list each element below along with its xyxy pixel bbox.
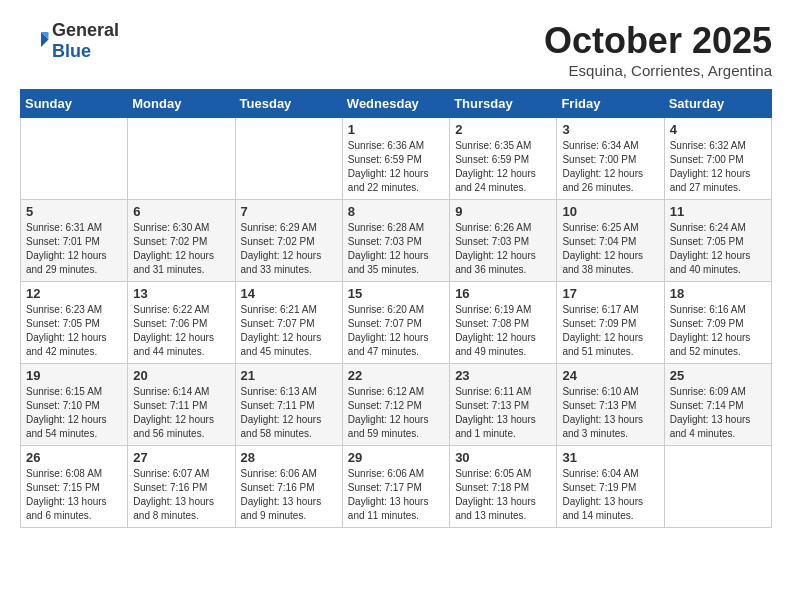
calendar-cell: 10Sunrise: 6:25 AM Sunset: 7:04 PM Dayli… (557, 200, 664, 282)
calendar-cell: 26Sunrise: 6:08 AM Sunset: 7:15 PM Dayli… (21, 446, 128, 528)
day-info: Sunrise: 6:12 AM Sunset: 7:12 PM Dayligh… (348, 385, 444, 441)
day-number: 1 (348, 122, 444, 137)
calendar-header-wednesday: Wednesday (342, 90, 449, 118)
day-number: 10 (562, 204, 658, 219)
calendar-cell: 17Sunrise: 6:17 AM Sunset: 7:09 PM Dayli… (557, 282, 664, 364)
day-info: Sunrise: 6:32 AM Sunset: 7:00 PM Dayligh… (670, 139, 766, 195)
day-info: Sunrise: 6:20 AM Sunset: 7:07 PM Dayligh… (348, 303, 444, 359)
day-number: 26 (26, 450, 122, 465)
day-number: 7 (241, 204, 337, 219)
calendar-cell: 13Sunrise: 6:22 AM Sunset: 7:06 PM Dayli… (128, 282, 235, 364)
day-info: Sunrise: 6:34 AM Sunset: 7:00 PM Dayligh… (562, 139, 658, 195)
calendar-cell: 23Sunrise: 6:11 AM Sunset: 7:13 PM Dayli… (450, 364, 557, 446)
day-info: Sunrise: 6:28 AM Sunset: 7:03 PM Dayligh… (348, 221, 444, 277)
page-header: General Blue October 2025 Esquina, Corri… (20, 20, 772, 79)
day-info: Sunrise: 6:08 AM Sunset: 7:15 PM Dayligh… (26, 467, 122, 523)
day-number: 6 (133, 204, 229, 219)
calendar-header-sunday: Sunday (21, 90, 128, 118)
calendar-cell: 28Sunrise: 6:06 AM Sunset: 7:16 PM Dayli… (235, 446, 342, 528)
day-info: Sunrise: 6:04 AM Sunset: 7:19 PM Dayligh… (562, 467, 658, 523)
day-info: Sunrise: 6:10 AM Sunset: 7:13 PM Dayligh… (562, 385, 658, 441)
calendar-cell: 4Sunrise: 6:32 AM Sunset: 7:00 PM Daylig… (664, 118, 771, 200)
day-number: 17 (562, 286, 658, 301)
calendar-header-tuesday: Tuesday (235, 90, 342, 118)
calendar-cell: 22Sunrise: 6:12 AM Sunset: 7:12 PM Dayli… (342, 364, 449, 446)
logo-general-text: General (52, 20, 119, 40)
day-number: 9 (455, 204, 551, 219)
location-subtitle: Esquina, Corrientes, Argentina (544, 62, 772, 79)
calendar-table: SundayMondayTuesdayWednesdayThursdayFrid… (20, 89, 772, 528)
calendar-header-row: SundayMondayTuesdayWednesdayThursdayFrid… (21, 90, 772, 118)
day-info: Sunrise: 6:06 AM Sunset: 7:17 PM Dayligh… (348, 467, 444, 523)
calendar-cell: 18Sunrise: 6:16 AM Sunset: 7:09 PM Dayli… (664, 282, 771, 364)
calendar-cell: 8Sunrise: 6:28 AM Sunset: 7:03 PM Daylig… (342, 200, 449, 282)
calendar-cell: 31Sunrise: 6:04 AM Sunset: 7:19 PM Dayli… (557, 446, 664, 528)
calendar-cell: 3Sunrise: 6:34 AM Sunset: 7:00 PM Daylig… (557, 118, 664, 200)
day-info: Sunrise: 6:25 AM Sunset: 7:04 PM Dayligh… (562, 221, 658, 277)
day-number: 4 (670, 122, 766, 137)
day-info: Sunrise: 6:15 AM Sunset: 7:10 PM Dayligh… (26, 385, 122, 441)
calendar-cell: 16Sunrise: 6:19 AM Sunset: 7:08 PM Dayli… (450, 282, 557, 364)
day-info: Sunrise: 6:05 AM Sunset: 7:18 PM Dayligh… (455, 467, 551, 523)
day-number: 20 (133, 368, 229, 383)
day-info: Sunrise: 6:13 AM Sunset: 7:11 PM Dayligh… (241, 385, 337, 441)
day-info: Sunrise: 6:19 AM Sunset: 7:08 PM Dayligh… (455, 303, 551, 359)
day-info: Sunrise: 6:22 AM Sunset: 7:06 PM Dayligh… (133, 303, 229, 359)
day-number: 14 (241, 286, 337, 301)
day-number: 27 (133, 450, 229, 465)
calendar-cell: 19Sunrise: 6:15 AM Sunset: 7:10 PM Dayli… (21, 364, 128, 446)
calendar-week-row: 12Sunrise: 6:23 AM Sunset: 7:05 PM Dayli… (21, 282, 772, 364)
calendar-cell (664, 446, 771, 528)
day-info: Sunrise: 6:16 AM Sunset: 7:09 PM Dayligh… (670, 303, 766, 359)
calendar-cell (21, 118, 128, 200)
day-number: 29 (348, 450, 444, 465)
day-number: 30 (455, 450, 551, 465)
calendar-cell: 30Sunrise: 6:05 AM Sunset: 7:18 PM Dayli… (450, 446, 557, 528)
day-number: 13 (133, 286, 229, 301)
day-number: 11 (670, 204, 766, 219)
day-number: 31 (562, 450, 658, 465)
day-info: Sunrise: 6:26 AM Sunset: 7:03 PM Dayligh… (455, 221, 551, 277)
calendar-cell: 25Sunrise: 6:09 AM Sunset: 7:14 PM Dayli… (664, 364, 771, 446)
day-info: Sunrise: 6:07 AM Sunset: 7:16 PM Dayligh… (133, 467, 229, 523)
day-number: 22 (348, 368, 444, 383)
day-number: 16 (455, 286, 551, 301)
day-info: Sunrise: 6:06 AM Sunset: 7:16 PM Dayligh… (241, 467, 337, 523)
calendar-cell: 7Sunrise: 6:29 AM Sunset: 7:02 PM Daylig… (235, 200, 342, 282)
day-number: 3 (562, 122, 658, 137)
day-number: 24 (562, 368, 658, 383)
day-info: Sunrise: 6:35 AM Sunset: 6:59 PM Dayligh… (455, 139, 551, 195)
day-number: 12 (26, 286, 122, 301)
day-number: 5 (26, 204, 122, 219)
calendar-cell: 14Sunrise: 6:21 AM Sunset: 7:07 PM Dayli… (235, 282, 342, 364)
calendar-cell: 20Sunrise: 6:14 AM Sunset: 7:11 PM Dayli… (128, 364, 235, 446)
day-number: 8 (348, 204, 444, 219)
calendar-header-monday: Monday (128, 90, 235, 118)
day-info: Sunrise: 6:09 AM Sunset: 7:14 PM Dayligh… (670, 385, 766, 441)
calendar-cell: 2Sunrise: 6:35 AM Sunset: 6:59 PM Daylig… (450, 118, 557, 200)
day-number: 2 (455, 122, 551, 137)
calendar-cell: 15Sunrise: 6:20 AM Sunset: 7:07 PM Dayli… (342, 282, 449, 364)
calendar-header-thursday: Thursday (450, 90, 557, 118)
calendar-cell: 12Sunrise: 6:23 AM Sunset: 7:05 PM Dayli… (21, 282, 128, 364)
month-title: October 2025 (544, 20, 772, 62)
calendar-header-saturday: Saturday (664, 90, 771, 118)
day-info: Sunrise: 6:36 AM Sunset: 6:59 PM Dayligh… (348, 139, 444, 195)
day-info: Sunrise: 6:21 AM Sunset: 7:07 PM Dayligh… (241, 303, 337, 359)
calendar-week-row: 5Sunrise: 6:31 AM Sunset: 7:01 PM Daylig… (21, 200, 772, 282)
day-info: Sunrise: 6:29 AM Sunset: 7:02 PM Dayligh… (241, 221, 337, 277)
calendar-cell: 21Sunrise: 6:13 AM Sunset: 7:11 PM Dayli… (235, 364, 342, 446)
day-number: 23 (455, 368, 551, 383)
day-info: Sunrise: 6:24 AM Sunset: 7:05 PM Dayligh… (670, 221, 766, 277)
day-info: Sunrise: 6:31 AM Sunset: 7:01 PM Dayligh… (26, 221, 122, 277)
day-number: 19 (26, 368, 122, 383)
logo: General Blue (20, 20, 119, 62)
day-number: 18 (670, 286, 766, 301)
title-block: October 2025 Esquina, Corrientes, Argent… (544, 20, 772, 79)
logo-icon (20, 26, 50, 56)
day-info: Sunrise: 6:14 AM Sunset: 7:11 PM Dayligh… (133, 385, 229, 441)
calendar-cell: 11Sunrise: 6:24 AM Sunset: 7:05 PM Dayli… (664, 200, 771, 282)
calendar-cell: 9Sunrise: 6:26 AM Sunset: 7:03 PM Daylig… (450, 200, 557, 282)
day-info: Sunrise: 6:23 AM Sunset: 7:05 PM Dayligh… (26, 303, 122, 359)
day-number: 25 (670, 368, 766, 383)
